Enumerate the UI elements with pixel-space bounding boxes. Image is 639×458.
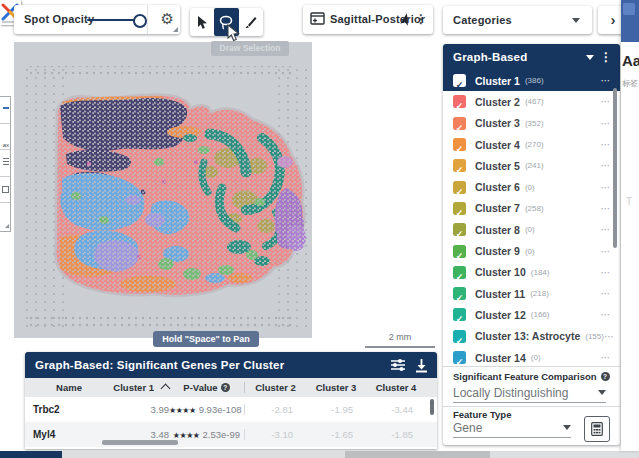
- scale-bar-label: 2 mm: [365, 332, 435, 342]
- graph-based-header[interactable]: Graph-Based ⋮: [443, 44, 620, 70]
- cluster-row[interactable]: Cluster 1 (386): [443, 70, 620, 91]
- font-size-control-fragment[interactable]: Aa: [622, 52, 639, 69]
- cluster-row[interactable]: Cluster 6 (0): [443, 176, 620, 197]
- help-icon[interactable]: [601, 372, 610, 381]
- column-header-cluster1[interactable]: Cluster 1: [113, 382, 169, 393]
- cluster-row[interactable]: Cluster 11 (218): [443, 283, 620, 304]
- cluster-count: (467): [525, 97, 544, 106]
- bottom-panel-fragment: [0, 451, 62, 458]
- cluster-checkbox[interactable]: [453, 266, 466, 279]
- column-header-name[interactable]: Name: [25, 382, 113, 393]
- column-header-cluster3[interactable]: Cluster 3: [306, 382, 366, 393]
- cluster-menu-icon[interactable]: [604, 331, 615, 342]
- tag-label-fragment: 标签: [622, 78, 638, 89]
- column-header-cluster2[interactable]: Cluster 2: [244, 382, 306, 393]
- column-header-pvalue[interactable]: P-Value: [169, 382, 244, 393]
- cluster-checkbox[interactable]: [453, 351, 466, 364]
- comparison-select[interactable]: Locally Distinguishing: [453, 383, 606, 403]
- cluster-checkbox[interactable]: [453, 308, 466, 321]
- spatial-view-canvas[interactable]: [14, 42, 312, 338]
- image-panel-icon[interactable]: [310, 12, 325, 25]
- spot-opacity-slider[interactable]: [87, 19, 139, 21]
- help-icon[interactable]: [221, 383, 230, 392]
- clusters-panel: Graph-Based ⋮ Cluster 1 (386) Cluster 2 …: [443, 44, 620, 445]
- cluster-label: Cluster 8: [475, 224, 520, 236]
- left-toolbar-button[interactable]: [0, 203, 10, 229]
- cluster-menu-icon[interactable]: [601, 288, 612, 299]
- left-toolbar-button[interactable]: ax: [0, 124, 10, 151]
- cluster-menu-icon[interactable]: [601, 139, 612, 150]
- cluster-row[interactable]: Cluster 14 (0): [443, 347, 620, 366]
- cluster-count: (184): [531, 268, 550, 277]
- cluster-menu-icon[interactable]: [601, 96, 612, 107]
- table-row[interactable]: Myl4 3.48 ★★★★2.53e-99 -3.10 -1.65 -1.85: [25, 422, 437, 447]
- cluster-menu-icon[interactable]: [601, 224, 612, 235]
- cluster-checkbox[interactable]: [453, 138, 466, 151]
- cluster-row[interactable]: Cluster 2 (467): [443, 91, 620, 112]
- column-header-cluster4[interactable]: Cluster 4: [366, 382, 426, 393]
- cluster-row[interactable]: Cluster 3 (352): [443, 113, 620, 134]
- gear-icon[interactable]: [161, 10, 174, 28]
- table-header-bar[interactable]: Graph-Based: Significant Genes Per Clust…: [25, 352, 437, 378]
- cluster-checkbox[interactable]: [453, 159, 466, 172]
- filter-sliders-icon[interactable]: [390, 357, 406, 373]
- mouse-cursor-icon: [226, 24, 240, 42]
- download-icon[interactable]: [414, 357, 429, 373]
- cluster-checkbox[interactable]: [453, 245, 466, 258]
- cluster-menu-icon[interactable]: [601, 267, 612, 278]
- cluster-row[interactable]: Cluster 13: Astrocyte (155): [443, 326, 620, 347]
- left-toolbar-button[interactable]: [0, 177, 10, 204]
- cluster-row[interactable]: Cluster 12 (166): [443, 304, 620, 325]
- cluster-count: (0): [525, 183, 535, 192]
- cluster-checkbox[interactable]: [453, 287, 466, 300]
- cluster-row[interactable]: Cluster 9 (0): [443, 240, 620, 261]
- cluster-label: Cluster 1: [475, 75, 520, 87]
- left-toolbar-button[interactable]: [0, 150, 10, 177]
- spot-opacity-slider-knob[interactable]: [133, 14, 147, 28]
- orientation-dart-icon: [400, 13, 411, 26]
- cluster-menu-icon[interactable]: [601, 246, 612, 257]
- categories-dropdown[interactable]: Categories: [443, 6, 592, 34]
- left-toolbar-button[interactable]: [0, 97, 10, 124]
- cluster-count: (241): [525, 161, 544, 170]
- cluster-checkbox[interactable]: [453, 223, 466, 236]
- table-row[interactable]: Trbc2 3.99 ★★★★9.93e-108 -2.81 -1.95 -3.…: [25, 397, 437, 422]
- cluster-row[interactable]: Cluster 8 (0): [443, 219, 620, 240]
- browser-extension-overlay[interactable]: Aa 标签 T: [621, 0, 639, 451]
- cluster-checkbox[interactable]: [453, 95, 466, 108]
- cluster-menu-icon[interactable]: [601, 75, 612, 86]
- resize-handle-icon[interactable]: [173, 27, 178, 32]
- cluster-menu-icon[interactable]: [601, 352, 612, 363]
- cluster-menu-icon[interactable]: [601, 160, 612, 171]
- chevron-down-icon: [598, 390, 606, 395]
- cluster-menu-icon[interactable]: [601, 182, 612, 193]
- cluster-menu-icon[interactable]: [601, 309, 612, 320]
- cluster-list-scrollbar[interactable]: [613, 88, 617, 248]
- page-horizontal-scrollbar-thumb[interactable]: [345, 451, 490, 458]
- table-vertical-scrollbar[interactable]: [430, 399, 434, 415]
- cluster-row[interactable]: Cluster 4 (270): [443, 134, 620, 155]
- pointer-tool-button[interactable]: [190, 8, 214, 36]
- cluster3-value-cell: -1.95: [305, 404, 365, 415]
- calculator-button[interactable]: [584, 416, 610, 442]
- cluster-row[interactable]: Cluster 5 (241): [443, 155, 620, 176]
- view-name-label: Sagittal-Posterior: [330, 13, 425, 25]
- cluster-row[interactable]: Cluster 10 (184): [443, 262, 620, 283]
- table-horizontal-scrollbar[interactable]: [102, 440, 178, 445]
- cluster-checkbox[interactable]: [453, 202, 466, 215]
- brush-tool-button[interactable]: [239, 8, 263, 36]
- spot-opacity-label: Spot Opacity: [24, 13, 94, 25]
- feature-type-select[interactable]: Gene: [453, 418, 571, 438]
- panel-menu-kebab-icon[interactable]: ⋮: [600, 50, 612, 64]
- cluster-menu-icon[interactable]: [601, 118, 612, 129]
- cluster-list: Cluster 1 (386) Cluster 2 (467) Cluster …: [443, 70, 620, 366]
- panel-title: Graph-Based: [453, 51, 527, 63]
- cluster-checkbox[interactable]: [453, 181, 466, 194]
- view-menu-kebab-icon[interactable]: ⋮: [415, 12, 427, 26]
- cluster-checkbox[interactable]: [453, 330, 466, 343]
- cluster-menu-icon[interactable]: [601, 203, 612, 214]
- cluster-checkbox[interactable]: [453, 117, 466, 130]
- cluster-checkbox[interactable]: [453, 74, 466, 87]
- left-toolbar-clipped[interactable]: ax: [0, 96, 11, 232]
- cluster-row[interactable]: Cluster 7 (258): [443, 198, 620, 219]
